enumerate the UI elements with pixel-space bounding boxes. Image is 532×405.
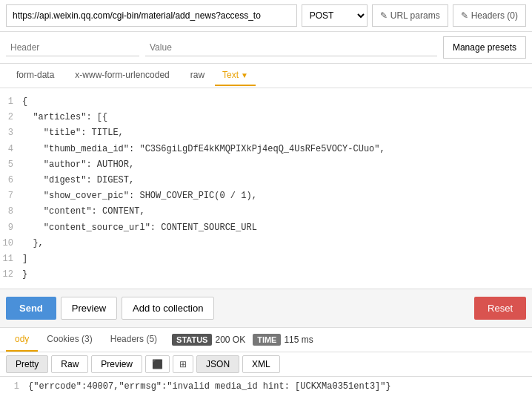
edit-icon-2: ✎	[461, 10, 468, 21]
edit-icon: ✎	[380, 10, 388, 21]
method-select[interactable]: GETPOSTPUTDELETEPATCHOPTIONS	[302, 4, 368, 27]
tab-raw[interactable]: raw	[180, 64, 215, 88]
code-line-9: 9 "content_source_url": CONTENT_SOURCE_U…	[0, 220, 532, 236]
manage-presets-button[interactable]: Manage presets	[443, 36, 526, 59]
tab-text[interactable]: Text ▼	[215, 65, 256, 86]
tab-cookies[interactable]: Cookies (3)	[38, 328, 101, 352]
tab-urlencoded[interactable]: x-www-form-urlencoded	[64, 64, 179, 88]
tab-headers[interactable]: Headers (5)	[102, 328, 166, 352]
copy-icon-button[interactable]: ⬛	[145, 355, 170, 373]
url-params-button[interactable]: ✎ URL params	[372, 4, 448, 27]
code-line-7: 7 "show_cover_pic": SHOW_COVER_PIC(0 / 1…	[0, 188, 532, 204]
code-line-11: 11 ]	[0, 251, 532, 267]
code-line-3: 3 "title": TITLE,	[0, 125, 532, 141]
tab-form-data[interactable]: form-data	[6, 64, 64, 88]
url-bar: GETPOSTPUTDELETEPATCHOPTIONS ✎ URL param…	[0, 0, 532, 32]
headers-button[interactable]: ✎ Headers (0)	[453, 4, 526, 27]
send-button[interactable]: Send	[6, 297, 56, 320]
fmt-preview-button[interactable]: Preview	[91, 355, 142, 373]
fmt-json-button[interactable]: JSON	[196, 355, 239, 373]
value-input[interactable]	[145, 39, 437, 56]
code-line-4: 4 "thumb_media_id": "C3S6giLgDfE4kKMQPIX…	[0, 142, 532, 157]
fmt-xml-button[interactable]: XML	[242, 355, 280, 373]
url-input[interactable]	[6, 4, 297, 27]
fmt-raw-button[interactable]: Raw	[51, 355, 88, 373]
header-row: Manage presets	[0, 32, 532, 64]
time-badge: TIME	[253, 334, 281, 346]
format-bar: Pretty Raw Preview ⬛ ⊞ JSON XML	[0, 352, 532, 377]
table-icon-button[interactable]: ⊞	[173, 355, 193, 373]
reset-button[interactable]: Reset	[474, 297, 526, 320]
code-line-5: 5 "author": AUTHOR,	[0, 157, 532, 173]
status-value: 200 OK	[215, 335, 245, 345]
code-line-1: 1 {	[0, 94, 532, 110]
response-tabs: ody Cookies (3) Headers (5) STATUS 200 O…	[0, 328, 532, 352]
code-line-12: 12 }	[0, 267, 532, 283]
preview-button[interactable]: Preview	[61, 297, 117, 320]
code-line-2: 2 "articles": [{	[0, 110, 532, 125]
action-bar: Send Preview Add to collection Reset	[0, 289, 532, 328]
add-collection-button[interactable]: Add to collection	[122, 297, 214, 320]
code-line-10: 10 },	[0, 236, 532, 251]
code-line-8: 8 "content": CONTENT,	[0, 204, 532, 220]
result-area: 1 {"errcode":40007,"errmsg":"invalid med…	[0, 377, 532, 405]
tab-body[interactable]: ody	[6, 328, 38, 352]
header-input[interactable]	[6, 39, 139, 56]
time-value: 115 ms	[284, 335, 313, 345]
result-line-1: 1 {"errcode":40007,"errmsg":"invalid med…	[6, 381, 526, 392]
code-line-6: 6 "digest": DIGEST,	[0, 173, 532, 188]
fmt-pretty-button[interactable]: Pretty	[6, 355, 48, 373]
chevron-down-icon: ▼	[241, 71, 248, 79]
body-tabs: form-data x-www-form-urlencoded raw Text…	[0, 64, 532, 88]
code-editor: 1 { 2 "articles": [{ 3 "title": TITLE, 4…	[0, 88, 532, 289]
status-badge: STATUS	[172, 334, 212, 346]
